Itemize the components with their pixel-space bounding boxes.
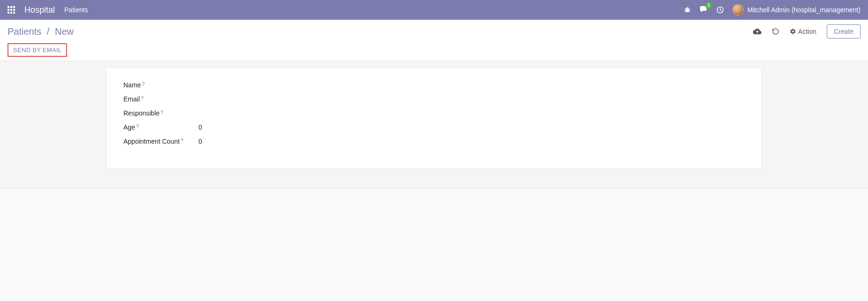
field-appointment-count: Appointment Count ? 0: [123, 138, 745, 145]
label-appointment-count: Appointment Count ?: [123, 138, 198, 145]
messages-badge: 5: [705, 2, 713, 9]
svg-line-11: [685, 9, 686, 9]
help-icon[interactable]: ?: [136, 123, 139, 129]
label-name: Name ?: [123, 81, 198, 89]
label-email-text: Email: [123, 95, 140, 103]
svg-rect-8: [13, 12, 15, 14]
help-icon[interactable]: ?: [181, 138, 183, 143]
label-responsible-text: Responsible: [123, 109, 160, 117]
label-name-text: Name: [123, 81, 141, 89]
action-label: Action: [798, 28, 816, 35]
label-email: Email ?: [123, 95, 198, 103]
navbar-right: 5 Mitchell Admin (hospital_management): [684, 4, 860, 15]
apps-icon[interactable]: [8, 6, 15, 14]
svg-rect-5: [13, 9, 15, 11]
control-panel: Patients / New Action Cr: [0, 20, 868, 61]
label-age-text: Age: [123, 123, 135, 131]
undo-icon: [772, 28, 779, 35]
brand-title[interactable]: Hospital: [24, 5, 55, 15]
create-button[interactable]: Create: [827, 24, 860, 39]
help-icon[interactable]: ?: [160, 109, 163, 115]
value-appointment-count[interactable]: 0: [198, 138, 202, 145]
control-panel-top: Patients / New Action Cr: [0, 20, 868, 41]
label-age: Age ?: [123, 123, 198, 131]
gear-icon: [790, 28, 796, 35]
svg-line-12: [689, 9, 690, 9]
svg-line-15: [686, 8, 686, 8]
svg-rect-0: [8, 6, 9, 8]
form-container: Name ? Email ? Responsible ? Age ?: [0, 61, 868, 188]
field-name: Name ?: [123, 81, 745, 89]
label-appointment-count-text: Appointment Count: [123, 138, 180, 145]
breadcrumb-current: New: [55, 26, 74, 37]
svg-line-16: [688, 8, 688, 8]
save-button[interactable]: [753, 27, 761, 36]
help-icon[interactable]: ?: [142, 81, 145, 87]
field-age: Age ? 0: [123, 123, 745, 131]
user-label: Mitchell Admin (hospital_management): [747, 6, 860, 14]
activity-icon[interactable]: [716, 6, 724, 14]
messages-icon[interactable]: 5: [700, 6, 708, 14]
svg-point-9: [685, 8, 689, 12]
field-responsible: Responsible ?: [123, 109, 745, 117]
breadcrumb-separator: /: [47, 26, 50, 37]
breadcrumb-root[interactable]: Patients: [8, 26, 41, 37]
svg-rect-3: [8, 9, 9, 11]
form-sheet: Name ? Email ? Responsible ? Age ?: [106, 68, 762, 169]
svg-rect-1: [10, 6, 12, 8]
top-navbar: Hospital Patients 5: [0, 0, 868, 20]
svg-rect-7: [10, 12, 12, 14]
svg-rect-4: [10, 9, 12, 11]
value-age[interactable]: 0: [198, 123, 202, 131]
field-email: Email ?: [123, 95, 745, 103]
control-panel-status: SEND BY EMAIL: [0, 41, 868, 61]
svg-rect-2: [13, 6, 15, 8]
svg-rect-6: [8, 12, 9, 14]
navbar-left: Hospital Patients: [8, 5, 88, 15]
label-responsible: Responsible ?: [123, 109, 198, 117]
action-button[interactable]: Action: [790, 28, 816, 35]
send-by-email-button[interactable]: SEND BY EMAIL: [8, 43, 67, 57]
help-icon[interactable]: ?: [141, 95, 144, 101]
debug-icon[interactable]: [684, 6, 691, 14]
cloud-upload-icon: [753, 27, 761, 36]
breadcrumb: Patients / New: [8, 26, 74, 37]
svg-line-14: [689, 11, 690, 12]
svg-line-13: [685, 11, 686, 12]
discard-button[interactable]: [772, 28, 779, 35]
avatar: [732, 4, 744, 15]
menu-patients[interactable]: Patients: [64, 6, 88, 14]
user-menu[interactable]: Mitchell Admin (hospital_management): [732, 4, 860, 15]
control-panel-actions: Action Create: [753, 24, 860, 39]
